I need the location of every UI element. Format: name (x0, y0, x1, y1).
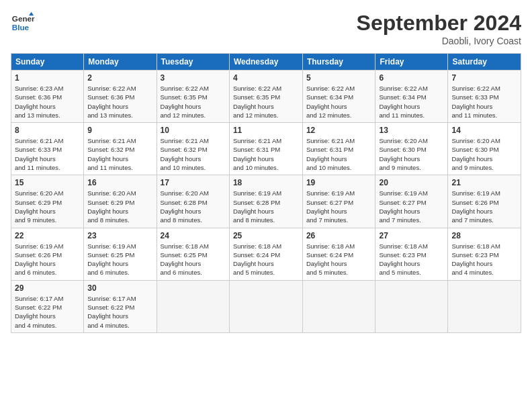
logo: General Blue (11, 11, 35, 35)
day-number: 28 (451, 231, 517, 240)
calendar-cell: 18 Sunrise: 6:19 AM Sunset: 6:28 PM Dayl… (229, 175, 302, 228)
day-info: Sunrise: 6:20 AM Sunset: 6:29 PM Dayligh… (15, 189, 80, 224)
day-info: Sunrise: 6:19 AM Sunset: 6:26 PM Dayligh… (15, 242, 80, 277)
day-number: 22 (15, 231, 80, 240)
day-number: 2 (87, 73, 152, 83)
calendar-cell: 11 Sunrise: 6:21 AM Sunset: 6:31 PM Dayl… (229, 123, 302, 175)
calendar-cell (157, 280, 229, 332)
day-info: Sunrise: 6:22 AM Sunset: 6:34 PM Dayligh… (306, 84, 372, 120)
day-number: 19 (306, 178, 372, 187)
col-sunday: Sunday (11, 54, 84, 71)
day-info: Sunrise: 6:20 AM Sunset: 6:30 PM Dayligh… (451, 136, 517, 172)
day-info: Sunrise: 6:19 AM Sunset: 6:26 PM Dayligh… (451, 189, 517, 224)
calendar-cell: 1 Sunrise: 6:23 AM Sunset: 6:36 PM Dayli… (11, 71, 84, 123)
calendar-cell: 17 Sunrise: 6:20 AM Sunset: 6:28 PM Dayl… (157, 175, 229, 228)
day-info: Sunrise: 6:20 AM Sunset: 6:30 PM Dayligh… (379, 136, 444, 172)
day-info: Sunrise: 6:21 AM Sunset: 6:33 PM Dayligh… (15, 136, 80, 172)
day-number: 1 (15, 73, 80, 83)
day-info: Sunrise: 6:22 AM Sunset: 6:33 PM Dayligh… (451, 84, 517, 120)
col-friday: Friday (375, 54, 448, 71)
day-info: Sunrise: 6:21 AM Sunset: 6:32 PM Dayligh… (161, 136, 226, 172)
calendar-cell: 9 Sunrise: 6:21 AM Sunset: 6:32 PM Dayli… (84, 123, 157, 175)
calendar-cell: 30 Sunrise: 6:17 AM Sunset: 6:22 PM Dayl… (84, 280, 157, 332)
day-info: Sunrise: 6:19 AM Sunset: 6:27 PM Dayligh… (306, 189, 372, 224)
calendar-cell: 21 Sunrise: 6:19 AM Sunset: 6:26 PM Dayl… (448, 175, 521, 228)
day-number: 10 (161, 126, 226, 135)
day-number: 4 (233, 73, 299, 83)
day-number: 21 (451, 178, 517, 187)
calendar-cell: 10 Sunrise: 6:21 AM Sunset: 6:32 PM Dayl… (157, 123, 229, 175)
day-info: Sunrise: 6:22 AM Sunset: 6:35 PM Dayligh… (233, 84, 299, 120)
day-info: Sunrise: 6:20 AM Sunset: 6:29 PM Dayligh… (87, 189, 152, 224)
calendar-cell: 6 Sunrise: 6:22 AM Sunset: 6:34 PM Dayli… (375, 71, 448, 123)
day-number: 24 (161, 231, 226, 240)
location: Daobli, Ivory Coast (357, 36, 521, 46)
svg-text:Blue: Blue (12, 23, 30, 32)
day-number: 20 (379, 178, 444, 187)
day-info: Sunrise: 6:19 AM Sunset: 6:25 PM Dayligh… (87, 242, 152, 277)
col-saturday: Saturday (448, 54, 521, 71)
day-info: Sunrise: 6:20 AM Sunset: 6:28 PM Dayligh… (161, 189, 226, 224)
col-wednesday: Wednesday (229, 54, 302, 71)
day-number: 3 (161, 73, 226, 83)
calendar-cell (229, 280, 302, 332)
calendar-cell: 26 Sunrise: 6:18 AM Sunset: 6:24 PM Dayl… (302, 228, 375, 280)
calendar-cell (302, 280, 375, 332)
calendar-cell: 15 Sunrise: 6:20 AM Sunset: 6:29 PM Dayl… (11, 175, 84, 228)
day-number: 23 (87, 231, 152, 240)
day-number: 15 (15, 178, 80, 187)
day-info: Sunrise: 6:18 AM Sunset: 6:23 PM Dayligh… (451, 242, 517, 277)
day-info: Sunrise: 6:22 AM Sunset: 6:35 PM Dayligh… (161, 84, 226, 120)
calendar-cell: 19 Sunrise: 6:19 AM Sunset: 6:27 PM Dayl… (302, 175, 375, 228)
logo-icon: General Blue (11, 11, 35, 35)
day-info: Sunrise: 6:18 AM Sunset: 6:23 PM Dayligh… (379, 242, 444, 277)
col-thursday: Thursday (302, 54, 375, 71)
day-number: 18 (233, 178, 299, 187)
calendar-cell: 20 Sunrise: 6:19 AM Sunset: 6:27 PM Dayl… (375, 175, 448, 228)
calendar-cell: 14 Sunrise: 6:20 AM Sunset: 6:30 PM Dayl… (448, 123, 521, 175)
day-info: Sunrise: 6:18 AM Sunset: 6:25 PM Dayligh… (161, 242, 226, 277)
day-number: 17 (161, 178, 226, 187)
calendar-cell: 5 Sunrise: 6:22 AM Sunset: 6:34 PM Dayli… (302, 71, 375, 123)
day-info: Sunrise: 6:18 AM Sunset: 6:24 PM Dayligh… (306, 242, 372, 277)
page-header: General Blue September 2024 Daobli, Ivor… (11, 11, 521, 46)
calendar-cell: 13 Sunrise: 6:20 AM Sunset: 6:30 PM Dayl… (375, 123, 448, 175)
calendar-cell (375, 280, 448, 332)
day-info: Sunrise: 6:19 AM Sunset: 6:28 PM Dayligh… (233, 189, 299, 224)
day-number: 7 (451, 73, 517, 83)
day-info: Sunrise: 6:22 AM Sunset: 6:36 PM Dayligh… (87, 84, 152, 120)
day-info: Sunrise: 6:17 AM Sunset: 6:22 PM Dayligh… (15, 294, 80, 330)
calendar-table: Sunday Monday Tuesday Wednesday Thursday… (11, 53, 521, 333)
day-info: Sunrise: 6:23 AM Sunset: 6:36 PM Dayligh… (15, 84, 80, 120)
calendar-cell: 25 Sunrise: 6:18 AM Sunset: 6:24 PM Dayl… (229, 228, 302, 280)
day-number: 16 (87, 178, 152, 187)
day-number: 26 (306, 231, 372, 240)
day-info: Sunrise: 6:17 AM Sunset: 6:22 PM Dayligh… (87, 294, 152, 330)
calendar-cell: 3 Sunrise: 6:22 AM Sunset: 6:35 PM Dayli… (157, 71, 229, 123)
day-number: 9 (87, 126, 152, 135)
day-number: 6 (379, 73, 444, 83)
day-number: 13 (379, 126, 444, 135)
day-number: 5 (306, 73, 372, 83)
calendar-cell: 27 Sunrise: 6:18 AM Sunset: 6:23 PM Dayl… (375, 228, 448, 280)
day-number: 14 (451, 126, 517, 135)
day-info: Sunrise: 6:21 AM Sunset: 6:31 PM Dayligh… (233, 136, 299, 172)
calendar-cell: 22 Sunrise: 6:19 AM Sunset: 6:26 PM Dayl… (11, 228, 84, 280)
day-number: 25 (233, 231, 299, 240)
calendar-cell: 29 Sunrise: 6:17 AM Sunset: 6:22 PM Dayl… (11, 280, 84, 332)
month-title: September 2024 (357, 11, 521, 36)
calendar-cell: 24 Sunrise: 6:18 AM Sunset: 6:25 PM Dayl… (157, 228, 229, 280)
title-area: September 2024 Daobli, Ivory Coast (357, 11, 521, 46)
day-number: 11 (233, 126, 299, 135)
calendar-cell: 12 Sunrise: 6:21 AM Sunset: 6:31 PM Dayl… (302, 123, 375, 175)
day-number: 12 (306, 126, 372, 135)
calendar-cell: 7 Sunrise: 6:22 AM Sunset: 6:33 PM Dayli… (448, 71, 521, 123)
day-info: Sunrise: 6:19 AM Sunset: 6:27 PM Dayligh… (379, 189, 444, 224)
day-info: Sunrise: 6:22 AM Sunset: 6:34 PM Dayligh… (379, 84, 444, 120)
calendar-cell: 28 Sunrise: 6:18 AM Sunset: 6:23 PM Dayl… (448, 228, 521, 280)
calendar-cell (448, 280, 521, 332)
col-monday: Monday (84, 54, 157, 71)
calendar-cell: 2 Sunrise: 6:22 AM Sunset: 6:36 PM Dayli… (84, 71, 157, 123)
day-info: Sunrise: 6:21 AM Sunset: 6:31 PM Dayligh… (306, 136, 372, 172)
calendar-cell: 16 Sunrise: 6:20 AM Sunset: 6:29 PM Dayl… (84, 175, 157, 228)
